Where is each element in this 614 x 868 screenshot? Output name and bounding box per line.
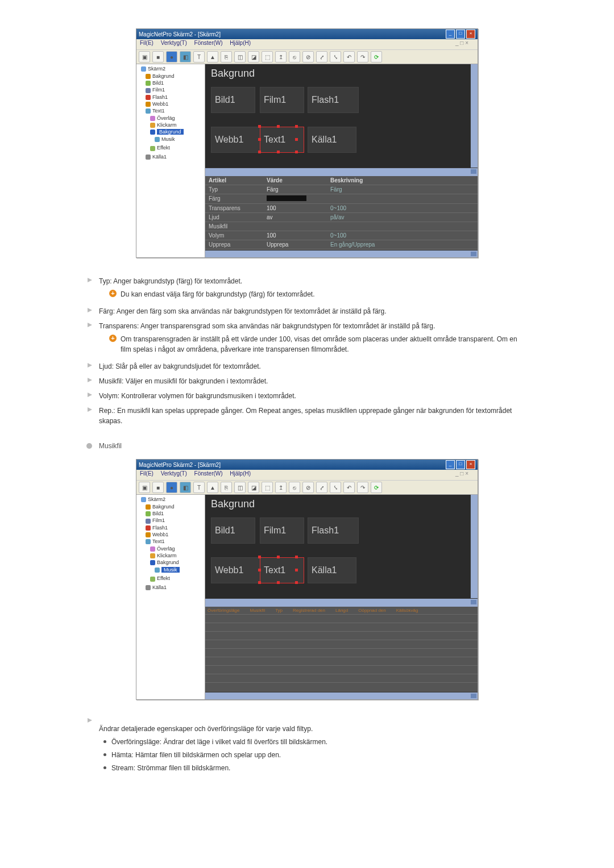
tree-item[interactable]: Webb1	[152, 532, 168, 537]
tool-icon[interactable]: ⊘	[302, 482, 314, 493]
tree-item[interactable]: Klickarm	[157, 122, 177, 128]
tree-item[interactable]: Webb1	[152, 101, 168, 107]
minimize-icon[interactable]: _	[446, 460, 455, 469]
menu-file[interactable]: Fil(E)	[140, 40, 154, 46]
tree-item[interactable]: Bakgrund	[152, 504, 175, 510]
scrollbar-h[interactable]	[205, 250, 478, 257]
tool-icon[interactable]: ■	[152, 482, 164, 493]
canvas-block[interactable]: Källa1	[308, 557, 356, 583]
tool-icon[interactable]: ⬚	[262, 482, 273, 493]
tree-panel[interactable]: Skärm2 Bakgrund Bild1 Film1 Flash1 Webb1…	[136, 495, 205, 699]
titlebar[interactable]: MagicNetPro Skärm2 - [Skärm2] _ □ ×	[136, 29, 478, 39]
tool-icon[interactable]: ↷	[357, 482, 368, 493]
mdi-controls[interactable]: _ □ ×	[455, 40, 468, 46]
tree-item[interactable]: Överläg	[157, 546, 175, 552]
tool-icon[interactable]: ▣	[139, 51, 150, 62]
tool-icon[interactable]: ▲	[207, 482, 218, 493]
tool-icon[interactable]: ●	[166, 51, 177, 62]
prop-value[interactable]: Färg	[263, 185, 327, 194]
tool-icon[interactable]: ▣	[139, 482, 150, 493]
menu-help[interactable]: Hjälp(H)	[230, 470, 251, 477]
tree-item[interactable]: Text1	[152, 108, 165, 114]
prop-value[interactable]	[263, 222, 327, 231]
canvas-block[interactable]: Webb1	[211, 557, 262, 583]
canvas-block[interactable]: Flash1	[308, 518, 359, 544]
maximize-icon[interactable]: □	[456, 460, 465, 469]
tool-icon[interactable]: ↥	[275, 51, 287, 62]
tree-panel[interactable]: Skärm2 Bakgrund Bild1 Film1 Flash1 Webb1…	[136, 64, 205, 257]
scrollbar-h[interactable]	[205, 168, 478, 175]
tree-item[interactable]: Effekt	[157, 575, 170, 581]
tree-root[interactable]: Skärm2	[148, 66, 165, 72]
canvas[interactable]: Bakgrund Bild1 Film1 Flash1 Webb1 Text1 …	[205, 64, 470, 168]
tree-item[interactable]: Flash1	[152, 525, 168, 531]
tool-icon[interactable]: ↷	[357, 51, 368, 62]
tool-icon[interactable]: ◪	[248, 482, 259, 493]
tree-item[interactable]: Film1	[152, 87, 165, 93]
scrollbar-v[interactable]	[470, 64, 478, 168]
tool-icon[interactable]: ◪	[248, 51, 259, 62]
tree-item[interactable]: Källa1	[152, 154, 167, 160]
tree-item[interactable]: Klickarm	[157, 553, 177, 558]
color-swatch[interactable]	[267, 195, 306, 201]
menu-window[interactable]: Fönster(W)	[194, 40, 223, 46]
tool-icon[interactable]: ⤥	[330, 482, 341, 493]
tool-icon[interactable]: ⎋	[289, 51, 300, 62]
tool-icon[interactable]: ◧	[180, 51, 191, 62]
menu-help[interactable]: Hjälp(H)	[230, 40, 251, 46]
tree-root[interactable]: Skärm2	[148, 496, 165, 502]
canvas-block[interactable]: Film1	[260, 518, 304, 544]
tool-icon[interactable]: ▲	[207, 51, 218, 62]
scrollbar-h[interactable]	[205, 598, 478, 606]
tree-item-selected[interactable]: Bakgrund	[157, 129, 184, 135]
canvas-block[interactable]: Källa1	[308, 127, 356, 153]
tool-icon[interactable]: ⊘	[302, 51, 314, 62]
tool-icon[interactable]: ⟳	[371, 51, 382, 62]
prop-value[interactable]	[263, 194, 327, 203]
tree-item[interactable]: Flash1	[152, 94, 168, 100]
tool-icon[interactable]: ◫	[234, 51, 246, 62]
tree-item[interactable]: Källa1	[152, 585, 167, 590]
tree-item[interactable]: Effekt	[157, 145, 170, 151]
prop-value[interactable]: 100	[263, 204, 327, 212]
tool-icon[interactable]: ↶	[343, 482, 355, 493]
scrollbar-v[interactable]	[470, 495, 478, 598]
tool-icon[interactable]: T	[193, 51, 205, 62]
tree-item[interactable]: Bakgrund	[152, 73, 175, 79]
menu-tools[interactable]: Verktyg(T)	[161, 470, 187, 477]
titlebar[interactable]: MagicNetPro Skärm2 - [Skärm2] _ □ ×	[136, 460, 478, 470]
tree-item[interactable]: Bild1	[152, 511, 164, 516]
tool-icon[interactable]: ●	[166, 482, 177, 493]
tool-icon[interactable]: ⎋	[289, 482, 300, 493]
tool-icon[interactable]: ■	[152, 51, 164, 62]
tool-icon[interactable]: T	[193, 482, 205, 493]
mdi-controls[interactable]: _ □ ×	[455, 470, 468, 477]
tool-icon[interactable]: ⤤	[316, 51, 327, 62]
tree-item[interactable]: Film1	[152, 518, 165, 523]
tool-icon[interactable]: ⎘	[221, 482, 232, 493]
tool-icon[interactable]: ⬚	[262, 51, 273, 62]
prop-value[interactable]: Upprepa	[263, 240, 327, 249]
canvas-block[interactable]: Bild1	[211, 87, 255, 113]
tool-icon[interactable]: ⎘	[221, 51, 232, 62]
close-icon[interactable]: ×	[466, 30, 475, 39]
prop-value[interactable]: 100	[263, 231, 327, 240]
canvas[interactable]: Bakgrund Bild1 Film1 Flash1 Webb1 Text1 …	[205, 495, 470, 598]
tool-icon[interactable]: ⟳	[371, 482, 382, 493]
menu-tools[interactable]: Verktyg(T)	[161, 40, 187, 46]
prop-value[interactable]: av	[263, 213, 327, 222]
canvas-block[interactable]: Film1	[260, 87, 304, 113]
minimize-icon[interactable]: _	[446, 30, 455, 39]
canvas-block[interactable]: Flash1	[308, 87, 359, 113]
canvas-block[interactable]: Webb1	[211, 127, 262, 153]
menu-window[interactable]: Fönster(W)	[194, 470, 223, 477]
tool-icon[interactable]: ◫	[234, 482, 246, 493]
maximize-icon[interactable]: □	[456, 30, 465, 39]
tool-icon[interactable]: ⤤	[316, 482, 327, 493]
menubar[interactable]: Fil(E) Verktyg(T) Fönster(W) Hjälp(H) _ …	[136, 39, 478, 50]
tree-item[interactable]: Bakgrund	[157, 560, 179, 565]
tree-item-selected[interactable]: Musik	[161, 567, 180, 573]
tool-icon[interactable]: ↶	[343, 51, 355, 62]
tool-icon[interactable]: ↥	[275, 482, 287, 493]
tree-item[interactable]: Text1	[152, 539, 165, 544]
